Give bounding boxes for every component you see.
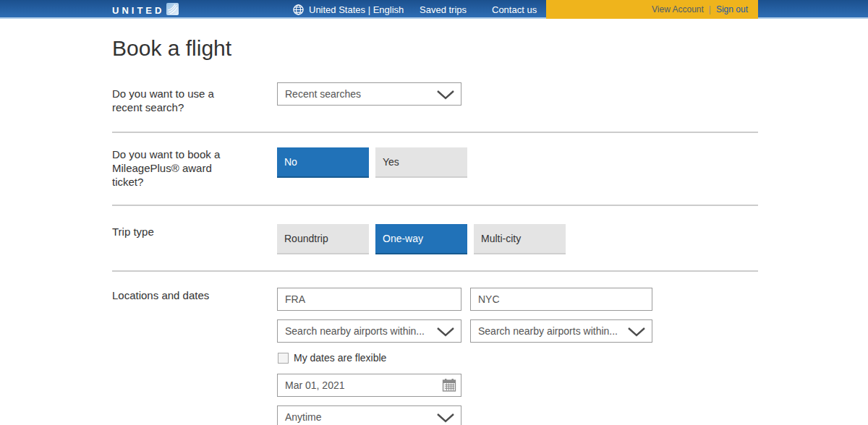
calendar-icon[interactable] xyxy=(442,378,456,395)
chevron-down-icon xyxy=(436,90,455,102)
locale-label: United States | English xyxy=(309,4,404,15)
saved-trips-link[interactable]: Saved trips xyxy=(420,0,467,19)
top-navigation-bar: UNITED United States | English Saved tri… xyxy=(0,0,868,19)
recent-search-section: Do you want to use a recent search? Rece… xyxy=(112,82,758,133)
nearby-airports-origin-value: Search nearby airports within... xyxy=(285,325,425,337)
nearby-airports-destination-dropdown[interactable]: Search nearby airports within... xyxy=(470,319,652,343)
trip-type-section: Trip type Roundtrip One-way Multi-city xyxy=(112,206,758,272)
nearby-airports-origin-dropdown[interactable]: Search nearby airports within... xyxy=(277,319,461,343)
destination-input[interactable] xyxy=(470,288,652,311)
united-globe-logo-icon xyxy=(166,3,179,18)
chevron-down-icon xyxy=(436,413,455,425)
chevron-down-icon xyxy=(436,327,455,339)
time-dropdown-value: Anytime xyxy=(285,411,322,423)
chevron-down-icon xyxy=(627,327,646,339)
trip-type-multicity-button[interactable]: Multi-city xyxy=(474,224,566,254)
locations-dates-section: Locations and dates Search nearby airpor… xyxy=(112,272,758,425)
award-yes-button[interactable]: Yes xyxy=(375,147,467,178)
nearby-airports-destination-value: Search nearby airports within... xyxy=(478,325,618,337)
locale-selector[interactable]: United States | English xyxy=(293,0,404,19)
destination-field-wrap xyxy=(470,288,652,311)
page-title: Book a flight xyxy=(112,36,758,61)
account-divider: | xyxy=(709,4,711,14)
united-logo-text: UNITED xyxy=(112,5,164,16)
flexible-dates-label: My dates are flexible xyxy=(294,352,386,364)
booking-form: Book a flight Do you want to use a recen… xyxy=(112,36,758,425)
globe-icon xyxy=(293,4,304,15)
trip-type-oneway-button[interactable]: One-way xyxy=(375,224,467,254)
view-account-link[interactable]: View Account xyxy=(652,4,704,14)
united-logo[interactable]: UNITED xyxy=(112,3,179,18)
award-ticket-section: Do you want to book a MileagePlus® award… xyxy=(112,133,758,206)
sign-out-link[interactable]: Sign out xyxy=(716,4,748,14)
departure-date-input[interactable] xyxy=(277,374,461,397)
recent-search-label: Do you want to use a recent search? xyxy=(112,82,277,114)
award-ticket-label: Do you want to book a MileagePlus® award… xyxy=(112,147,277,189)
origin-field-wrap xyxy=(277,288,461,311)
flexible-dates-checkbox[interactable] xyxy=(278,353,289,364)
origin-input[interactable] xyxy=(277,288,461,311)
contact-us-link[interactable]: Contact us xyxy=(492,0,537,19)
award-no-button[interactable]: No xyxy=(277,147,369,178)
recent-searches-dropdown-value: Recent searches xyxy=(285,88,361,100)
locations-dates-label: Locations and dates xyxy=(112,288,277,425)
recent-searches-dropdown[interactable]: Recent searches xyxy=(277,82,461,106)
trip-type-roundtrip-button[interactable]: Roundtrip xyxy=(277,224,369,254)
trip-type-label: Trip type xyxy=(112,224,277,254)
time-dropdown[interactable]: Anytime xyxy=(277,405,461,425)
account-tab: View Account | Sign out xyxy=(546,0,758,19)
